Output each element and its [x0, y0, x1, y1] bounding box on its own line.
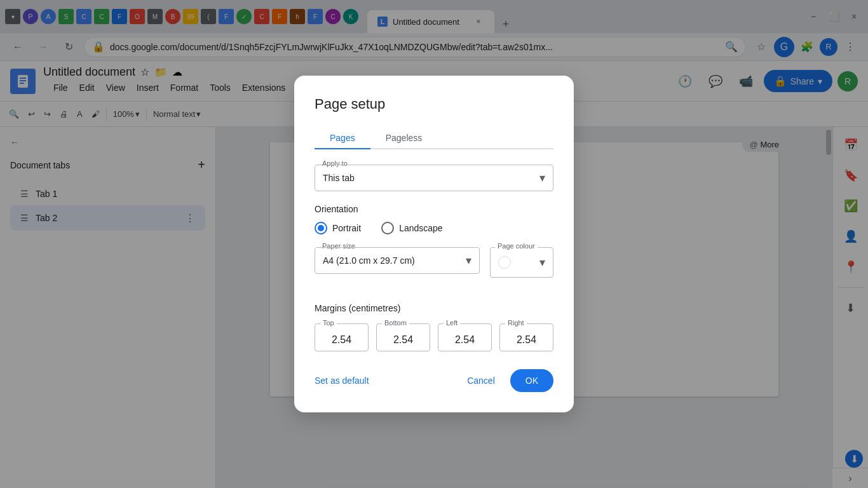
paper-size-dropdown[interactable]: A4 (21.0 cm x 29.7 cm) ▾	[315, 247, 480, 274]
tab-pageless[interactable]: Pageless	[370, 128, 438, 149]
top-value: 2.54	[320, 334, 363, 346]
top-label: Top	[320, 319, 337, 327]
landscape-radio-circle	[381, 222, 394, 234]
margin-top-field[interactable]: Top 2.54	[315, 323, 369, 351]
modal-overlay: Page setup Pages Pageless Apply to This …	[0, 0, 868, 488]
cancel-button[interactable]: Cancel	[457, 370, 505, 391]
modal-tabs: Pages Pageless	[315, 128, 553, 149]
portrait-radio[interactable]: Portrait	[315, 222, 361, 234]
left-value: 2.54	[444, 334, 486, 346]
margin-left-field[interactable]: Left 2.54	[438, 323, 492, 351]
page-colour-label: Page colour	[495, 242, 538, 250]
margin-bottom-field[interactable]: Bottom 2.54	[376, 323, 430, 351]
right-value: 2.54	[505, 334, 548, 346]
margins-section: Margins (centimetres) Top 2.54 Bottom 2.…	[315, 303, 553, 351]
set-default-button[interactable]: Set as default	[315, 376, 369, 386]
right-label: Right	[505, 319, 527, 327]
page-colour-section: Page colour ▾	[490, 247, 553, 290]
apply-to-section: Apply to This tab ▾	[315, 165, 553, 191]
tab-pages[interactable]: Pages	[315, 128, 370, 149]
page-setup-modal: Page setup Pages Pageless Apply to This …	[294, 76, 574, 412]
colour-arrow-icon: ▾	[539, 255, 545, 269]
ok-button[interactable]: OK	[510, 369, 553, 392]
modal-footer: Set as default Cancel OK	[315, 369, 553, 392]
portrait-label: Portrait	[332, 223, 361, 233]
orientation-radio-group: Portrait Landscape	[315, 222, 553, 234]
landscape-radio[interactable]: Landscape	[381, 222, 443, 234]
margin-fields-row: Top 2.54 Bottom 2.54 Left 2.54 Right 2.5…	[315, 323, 553, 351]
page-colour-dropdown[interactable]: ▾	[490, 247, 553, 278]
paper-size-arrow-icon: ▾	[466, 254, 471, 268]
orientation-section: Orientation Portrait Landscape	[315, 204, 553, 234]
left-label: Left	[444, 319, 460, 327]
apply-to-dropdown[interactable]: This tab ▾	[315, 165, 553, 191]
portrait-radio-circle	[315, 222, 327, 234]
paper-size-wrapper: Paper size A4 (21.0 cm x 29.7 cm) ▾	[315, 247, 480, 274]
modal-title: Page setup	[315, 96, 553, 112]
paper-size-section: Paper size A4 (21.0 cm x 29.7 cm) ▾	[315, 247, 480, 290]
paper-size-colour-row: Paper size A4 (21.0 cm x 29.7 cm) ▾ Page…	[315, 247, 553, 290]
landscape-label: Landscape	[399, 223, 443, 233]
margins-label: Margins (centimetres)	[315, 303, 553, 313]
dropdown-arrow-icon: ▾	[539, 171, 545, 185]
colour-circle	[498, 256, 511, 269]
bottom-value: 2.54	[382, 334, 424, 346]
orientation-label: Orientation	[315, 204, 553, 214]
margin-right-field[interactable]: Right 2.54	[499, 323, 553, 351]
bottom-label: Bottom	[382, 319, 409, 327]
colour-field-wrapper: Page colour ▾	[490, 247, 553, 278]
